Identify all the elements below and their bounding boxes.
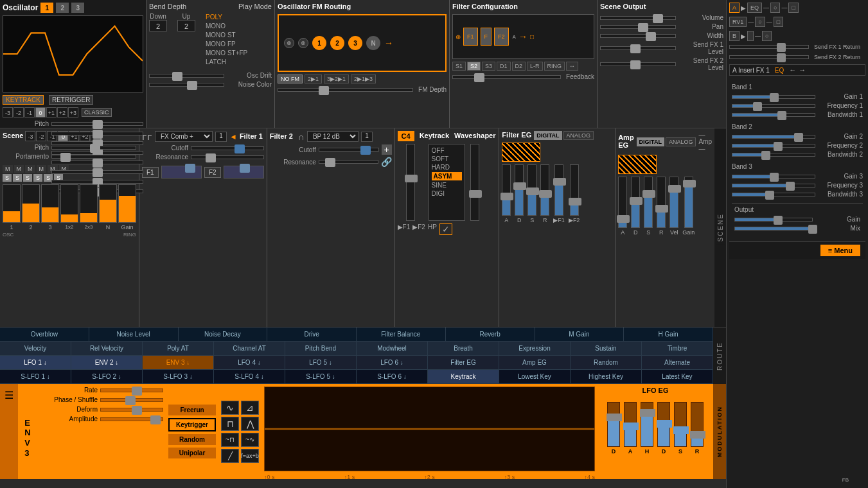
route-sustain[interactable]: Sustain [571,342,642,355]
osc-btn-1[interactable]: 1 [40,3,53,13]
wave-triangle-icon[interactable]: ⋀ [241,417,259,431]
route-latest-key[interactable]: Latest Key [642,370,713,383]
fx-comb-dropdown[interactable]: FX Comb + [155,131,213,142]
route-rel-velocity[interactable]: Rel Velocity [71,342,143,355]
osc-level-gain[interactable] [118,184,136,223]
shape-slider[interactable] [51,132,143,135]
play-mode-mono-fp[interactable]: MONO FP [206,40,247,49]
output-mix-slider[interactable] [734,227,813,231]
ws-sine[interactable]: SINE [432,182,463,189]
osc-drift-slider[interactable] [149,74,224,78]
route-highest-key[interactable]: Highest Key [571,370,642,383]
fx-circle2[interactable]: ○ [755,17,765,27]
route-lfo5[interactable]: LFO 5 ↓ [285,356,357,369]
ws-asym[interactable]: ASYM [432,172,463,180]
osc-level-n[interactable] [99,184,117,223]
amp-vel-track[interactable] [669,177,678,228]
fm-node-n[interactable]: N [366,36,380,50]
fm-mode-nofm[interactable]: NO FM [278,74,303,83]
phase-slider[interactable] [100,398,163,402]
route-alternate[interactable]: Alternate [642,356,713,369]
filter2-resonance-slider[interactable] [319,160,378,164]
route-lfo6[interactable]: LFO 6 ↓ [357,356,428,369]
fx-circle1[interactable]: ○ [770,3,780,13]
bw1-slider[interactable] [732,113,815,117]
output-gain-slider[interactable] [734,218,813,222]
filter-lr[interactable]: L-R [527,62,543,71]
route-slfo1[interactable]: S-LFO 1 ↓ [0,370,71,383]
gain2-slider[interactable] [732,135,815,139]
fx-out1[interactable]: □ [788,3,798,13]
random-btn[interactable]: Random [168,434,216,445]
route-drive[interactable]: Drive [267,327,357,341]
mod-s-3[interactable]: S [23,174,32,182]
osc-btn-2[interactable]: 2 [56,3,69,13]
feedback-slider[interactable] [452,75,561,79]
wave-sawtooth-icon[interactable]: ⊿ [241,401,259,415]
lfo-eg-h-slider[interactable] [641,402,653,447]
send-fx2-return-slider[interactable] [729,55,809,59]
filter-lr-arrow[interactable]: ↔ [566,62,578,71]
keytrack-btn[interactable]: KEYTRACK [3,95,44,105]
scene-pitch-slider[interactable] [51,146,136,150]
filter-f2-box[interactable]: F2 [494,28,509,46]
gain1-slider[interactable] [732,95,815,99]
insert-fwd-btn[interactable]: → [799,66,806,74]
mod-m-4[interactable]: M [37,165,47,173]
semitone-neg3[interactable]: -3 [3,107,13,118]
filter-a-track[interactable] [502,164,511,216]
semitone-neg2[interactable]: -2 [13,107,24,118]
wave-sine-icon[interactable]: ∿ [221,401,239,415]
semitone-zero[interactable]: 0 [35,107,46,118]
f2-btn[interactable]: F2 [204,167,221,178]
osc-level-2x3[interactable] [80,184,98,223]
filter2-add-btn[interactable]: + [382,144,392,155]
route-random[interactable]: Random [571,356,642,369]
filter-d-track[interactable] [515,164,524,216]
osc-level-1x2[interactable] [60,184,78,223]
f1-btn[interactable]: F1 [142,167,159,178]
classic-btn[interactable]: CLASSIC [82,108,112,117]
osc-level-3[interactable] [41,184,59,223]
insert-fx1-type[interactable]: EQ [775,67,784,74]
unipolar-btn[interactable]: Unipolar [168,448,216,458]
route-velocity[interactable]: Velocity [0,342,71,355]
fm-mode-213[interactable]: 2▶1▶3 [351,74,376,83]
filter1-cutoff-slider[interactable] [191,146,264,150]
unison-detune-slider[interactable] [51,180,143,184]
noise-color-slider[interactable] [149,83,224,87]
play-mode-mono-stfp[interactable]: MONO ST+FP [206,49,247,58]
ws-soft[interactable]: SOFT [432,155,463,162]
mod-s-1[interactable]: S [3,174,12,182]
route-slfo6[interactable]: S-LFO 6 ↓ [357,370,428,383]
lfo-eg-d2-slider[interactable] [657,402,670,447]
filter-ring[interactable]: RING [544,62,565,71]
fm-mode-321[interactable]: 3▶2▶1 [324,74,349,83]
osc-btn-3[interactable]: 3 [71,3,84,13]
freq1-slider[interactable] [732,104,815,108]
fx-empty-box[interactable] [747,31,754,41]
route-pitch-bend[interactable]: Pitch Bend [285,342,357,355]
mod-s-4[interactable]: S [33,174,42,182]
route-env3[interactable]: ENV 3 ↓ [143,356,214,369]
filter2-cutoff-slider[interactable] [319,148,379,152]
filter-s3[interactable]: S3 [482,62,495,71]
menu-btn[interactable]: ≡ Menu [820,245,860,256]
link-icon[interactable]: 🔗 [381,157,392,167]
ws-slider[interactable] [470,144,479,221]
mod-s-2[interactable]: S [13,174,22,182]
route-modwheel[interactable]: Modwheel [357,342,428,355]
volume-slider[interactable] [600,16,676,20]
filter-f-box[interactable]: F [481,28,492,46]
route-keytrack[interactable]: Keytrack [428,370,499,383]
route-slfo5[interactable]: S-LFO 5 ↓ [285,370,357,383]
route-channel-at[interactable]: Channel AT [214,342,285,355]
route-noise-level[interactable]: Noise Level [89,327,179,341]
deform-slider[interactable] [100,408,163,412]
wave-square-icon[interactable]: ⊓ [221,417,239,431]
wave-custom-icon[interactable]: f=ax+b [241,449,259,463]
ws-hard[interactable]: HARD [432,164,463,171]
ws-check-btn[interactable]: ✓ [439,223,452,235]
route-amp-eg[interactable]: Amp EG [499,356,571,369]
gain3-slider[interactable] [732,175,815,179]
